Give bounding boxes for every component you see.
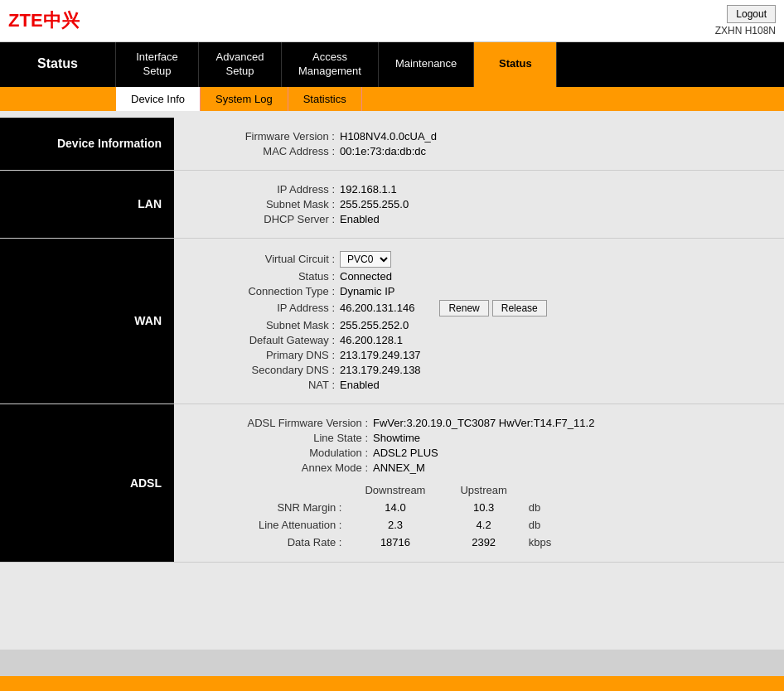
wan-nat-value: Enabled xyxy=(340,379,380,391)
adsl-attenuation-row: Line Attenuation : 2.3 4.2 db xyxy=(242,517,568,533)
logo-text: ZTE中兴 xyxy=(8,10,80,31)
wan-nat-label: NAT : xyxy=(191,379,340,391)
lan-section: LAN IP Address : 192.168.1.1 Subnet Mask… xyxy=(0,171,784,239)
bottom-bar xyxy=(0,676,784,691)
wan-secondary-dns-value: 213.179.249.138 xyxy=(340,364,421,376)
adsl-annex-label: Annex Mode : xyxy=(191,461,373,474)
adsl-datarate-upstream: 2392 xyxy=(443,534,523,550)
nav-access-management[interactable]: AccessManagement xyxy=(282,42,379,87)
wan-secondary-dns-label: Secondary DNS : xyxy=(191,364,340,376)
wan-status-row: Status : Connected xyxy=(191,270,767,283)
content: Device Information Firmware Version : H1… xyxy=(0,111,784,650)
adsl-stats-table: Downstream Upstream SNR Margin : 14.0 10… xyxy=(240,481,569,552)
firmware-row: Firmware Version : H108NV4.0.0cUA_d xyxy=(191,130,767,143)
lan-ip-label: IP Address : xyxy=(191,183,340,196)
wan-section: WAN Virtual Circuit : PVC0 PVC1 PVC2 PVC… xyxy=(0,239,784,404)
adsl-modulation-label: Modulation : xyxy=(191,447,373,459)
adsl-line-state-value: Showtime xyxy=(373,432,420,444)
lan-subnet-label: Subnet Mask : xyxy=(191,198,340,210)
virtual-circuit-select[interactable]: PVC0 PVC1 PVC2 PVC3 PVC4 PVC5 PVC6 PVC7 xyxy=(340,251,391,268)
wan-secondary-dns-row: Secondary DNS : 213.179.249.138 xyxy=(191,364,767,376)
release-button[interactable]: Release xyxy=(492,300,547,317)
wan-status-label: Status : xyxy=(191,270,340,283)
wan-status-value: Connected xyxy=(340,270,392,283)
wan-vc-label: Virtual Circuit : xyxy=(191,253,340,265)
adsl-modulation-value: ADSL2 PLUS xyxy=(373,447,438,459)
adsl-datarate-row: Data Rate : 18716 2392 kbps xyxy=(242,534,568,550)
lan-label: LAN xyxy=(0,171,174,238)
lan-subnet-row: Subnet Mask : 255.255.255.0 xyxy=(191,198,767,210)
adsl-attenuation-downstream: 2.3 xyxy=(348,517,442,533)
header: ZTE中兴 Logout ZXHN H108N xyxy=(0,0,784,42)
wan-nat-row: NAT : Enabled xyxy=(191,379,767,391)
nav-advanced-setup[interactable]: AdvancedSetup xyxy=(199,42,282,87)
wan-subnet-value: 255.255.252.0 xyxy=(340,319,409,331)
adsl-firmware-row: ADSL Firmware Version : FwVer:3.20.19.0_… xyxy=(191,417,767,429)
wan-ip-value: 46.200.131.146 xyxy=(340,302,414,314)
nav-status[interactable]: Status xyxy=(474,42,557,87)
lan-ip-value: 192.168.1.1 xyxy=(340,183,397,196)
subnav-statistics[interactable]: Statistics xyxy=(288,87,362,111)
adsl-attenuation-unit: db xyxy=(525,517,568,533)
nav-status-sidebar[interactable]: Status xyxy=(0,42,116,87)
logo: ZTE中兴 xyxy=(8,8,80,33)
adsl-firmware-label: ADSL Firmware Version : xyxy=(191,417,373,429)
adsl-datarate-unit: kbps xyxy=(525,534,568,550)
wan-conntype-row: Connection Type : Dynamic IP xyxy=(191,285,767,297)
adsl-annex-row: Annex Mode : ANNEX_M xyxy=(191,461,767,474)
device-name: ZXHN H108N xyxy=(715,25,776,36)
wan-gateway-value: 46.200.128.1 xyxy=(340,334,403,346)
wan-conntype-label: Connection Type : xyxy=(191,285,340,297)
adsl-attenuation-label: Line Attenuation : xyxy=(242,517,346,533)
renew-button[interactable]: Renew xyxy=(439,300,488,317)
wan-conntype-value: Dynamic IP xyxy=(340,285,394,297)
lan-dhcp-row: DHCP Server : Enabled xyxy=(191,213,767,225)
wan-label: WAN xyxy=(0,239,174,403)
mac-row: MAC Address : 00:1e:73:da:db:dc xyxy=(191,145,767,157)
wan-primary-dns-value: 213.179.249.137 xyxy=(340,349,421,361)
nav-maintenance[interactable]: Maintenance xyxy=(379,42,474,87)
lan-dhcp-label: DHCP Server : xyxy=(191,213,340,225)
device-info-section: Device Information Firmware Version : H1… xyxy=(0,118,784,171)
adsl-col-downstream: Downstream xyxy=(348,482,442,498)
adsl-datarate-downstream: 18716 xyxy=(348,534,442,550)
sub-nav: Device Info System Log Statistics xyxy=(0,87,784,111)
logout-button[interactable]: Logout xyxy=(727,5,776,23)
adsl-snr-downstream: 14.0 xyxy=(348,500,442,515)
nav-interface-setup[interactable]: InterfaceSetup xyxy=(116,42,199,87)
adsl-content: ADSL Firmware Version : FwVer:3.20.19.0_… xyxy=(174,404,784,562)
adsl-modulation-row: Modulation : ADSL2 PLUS xyxy=(191,447,767,459)
main-nav: Status InterfaceSetup AdvancedSetup Acce… xyxy=(0,42,784,87)
wan-subnet-row: Subnet Mask : 255.255.252.0 xyxy=(191,319,767,331)
adsl-snr-upstream: 10.3 xyxy=(443,500,523,515)
firmware-label: Firmware Version : xyxy=(191,130,340,143)
adsl-col-upstream: Upstream xyxy=(443,482,523,498)
subnav-system-log[interactable]: System Log xyxy=(201,87,288,111)
wan-ip-row: IP Address : 46.200.131.146 Renew Releas… xyxy=(191,300,767,317)
wan-ip-label: IP Address : xyxy=(191,302,340,314)
adsl-line-state-label: Line State : xyxy=(191,432,373,444)
wan-gateway-row: Default Gateway : 46.200.128.1 xyxy=(191,334,767,346)
adsl-attenuation-upstream: 4.2 xyxy=(443,517,523,533)
adsl-firmware-value: FwVer:3.20.19.0_TC3087 HwVer:T14.F7_11.2 xyxy=(373,417,594,429)
adsl-line-state-row: Line State : Showtime xyxy=(191,432,767,444)
wan-subnet-label: Subnet Mask : xyxy=(191,319,340,331)
mac-value: 00:1e:73:da:db:dc xyxy=(340,145,426,157)
adsl-snr-unit: db xyxy=(525,500,568,515)
wan-gateway-label: Default Gateway : xyxy=(191,334,340,346)
firmware-value: H108NV4.0.0cUA_d xyxy=(340,130,437,143)
adsl-annex-value: ANNEX_M xyxy=(373,461,425,474)
mac-label: MAC Address : xyxy=(191,145,340,157)
lan-subnet-value: 255.255.255.0 xyxy=(340,198,409,210)
header-right: Logout ZXHN H108N xyxy=(715,5,776,36)
subnav-device-info[interactable]: Device Info xyxy=(116,87,201,111)
wan-primary-dns-label: Primary DNS : xyxy=(191,349,340,361)
device-info-label: Device Information xyxy=(0,118,174,170)
adsl-datarate-label: Data Rate : xyxy=(242,534,346,550)
adsl-snr-row: SNR Margin : 14.0 10.3 db xyxy=(242,500,568,515)
lan-content: IP Address : 192.168.1.1 Subnet Mask : 2… xyxy=(174,171,784,238)
wan-vc-row: Virtual Circuit : PVC0 PVC1 PVC2 PVC3 PV… xyxy=(191,251,767,268)
lan-dhcp-value: Enabled xyxy=(340,213,380,225)
device-info-content: Firmware Version : H108NV4.0.0cUA_d MAC … xyxy=(174,118,784,170)
lan-ip-row: IP Address : 192.168.1.1 xyxy=(191,183,767,196)
